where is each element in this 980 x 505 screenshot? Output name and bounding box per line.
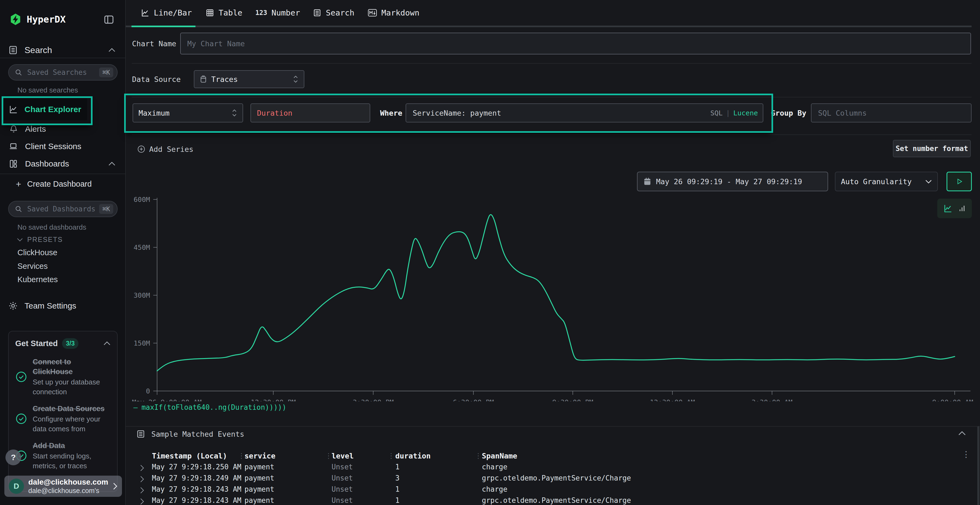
avatar: D — [9, 479, 24, 494]
get-started-item-connect[interactable]: Connect to ClickHouse Set up your databa… — [15, 357, 111, 397]
saved-dashboards-search[interactable]: ⌘K — [8, 201, 118, 217]
data-source-value: Traces — [211, 75, 288, 84]
aggregation-select[interactable]: Maximum — [132, 103, 243, 122]
tab-number[interactable]: 123 Number — [255, 0, 300, 25]
chevron-right-icon — [113, 483, 118, 490]
sql-mode-button[interactable]: SQL — [710, 109, 722, 117]
expand-row-icon[interactable] — [140, 498, 144, 505]
cell-spanname: grpc.oteldemo.PaymentService/Charge — [482, 474, 631, 482]
where-input[interactable] — [412, 108, 710, 118]
tab-label: Search — [326, 8, 355, 17]
expand-row-icon[interactable] — [140, 476, 144, 483]
column-header-level[interactable]: level — [332, 452, 354, 460]
sidebar-item-dashboards[interactable]: Dashboards — [0, 157, 125, 171]
table-row[interactable]: May 27 9:29:18.243 AM payment Unset 1 gr… — [126, 496, 970, 505]
plus-icon: + — [16, 179, 21, 189]
lucene-mode-button[interactable]: Lucene — [733, 109, 758, 117]
divider — [132, 97, 972, 97]
table-kebab-menu-icon[interactable]: ⋮ — [962, 449, 970, 459]
check-circle-icon — [15, 371, 27, 383]
help-button[interactable]: ? — [5, 449, 21, 465]
chart-legend[interactable]: — maxIf(toFloat640..ng(Duration))))) — [134, 403, 286, 411]
column-header-duration[interactable]: duration — [395, 452, 431, 460]
chevron-up-icon[interactable] — [103, 341, 111, 346]
user-menu[interactable]: D dale@clickhouse.com dale@clickhouse.co… — [4, 476, 122, 497]
timeseries-chart[interactable]: 0150M300M450M600MMay 26 9:00:00 AM12:30:… — [126, 191, 980, 401]
chart-name-input[interactable] — [187, 39, 964, 48]
get-started-item-title: Add Data — [33, 441, 111, 451]
collapse-panel-icon[interactable] — [958, 431, 966, 436]
get-started-title: Get Started — [15, 339, 58, 348]
column-resize-handle[interactable]: ⋮ — [325, 452, 332, 460]
column-header-service[interactable]: service — [245, 452, 275, 460]
tab-markdown[interactable]: Markdown — [368, 0, 420, 25]
run-query-button[interactable] — [947, 172, 972, 191]
preset-clickhouse[interactable]: ClickHouse — [18, 248, 57, 257]
get-started-item-datasources[interactable]: Create Data Sources Configure where your… — [15, 404, 111, 434]
legend-dash-icon: — — [134, 403, 138, 411]
sidebar-item-label: Client Sessions — [25, 142, 81, 151]
saved-searches-search[interactable]: ⌘K — [8, 64, 118, 81]
presets-toggle[interactable]: PRESETS — [17, 236, 63, 243]
cell-service: payment — [245, 463, 274, 471]
divider — [0, 58, 125, 58]
logo[interactable]: HyperDX — [9, 13, 65, 25]
svg-text:May 26 9:00:00 AM: May 26 9:00:00 AM — [132, 399, 202, 401]
sidebar-item-chart-explorer[interactable]: Chart Explorer — [4, 98, 87, 120]
preset-kubernetes[interactable]: Kubernetes — [18, 275, 58, 284]
scrollbar-thumb[interactable] — [977, 426, 980, 505]
hyperdx-app: HyperDX Search ⌘K No saved searches — [0, 0, 980, 505]
saved-searches-input[interactable] — [27, 68, 99, 77]
chart-name-field[interactable] — [180, 33, 971, 54]
table-row[interactable]: May 27 9:29:18.243 AM payment Unset 1 ch… — [126, 485, 970, 496]
sidebar-item-search[interactable]: Search — [0, 43, 125, 57]
saved-dashboards-input[interactable] — [27, 205, 99, 213]
collapse-sidebar-icon[interactable] — [103, 14, 115, 25]
sample-events-header[interactable]: Sample Matched Events — [136, 429, 244, 438]
sidebar-item-team-settings[interactable]: Team Settings — [0, 299, 125, 313]
chart-explorer-icon — [9, 105, 18, 114]
expand-row-icon[interactable] — [140, 487, 144, 494]
sidebar-item-client-sessions[interactable]: Client Sessions — [0, 139, 125, 154]
sidebar: HyperDX Search ⌘K No saved searches — [0, 0, 126, 505]
gear-icon — [8, 301, 18, 311]
group-by-input[interactable] — [818, 108, 965, 118]
divider — [132, 134, 972, 135]
cell-level: Unset — [332, 496, 353, 505]
column-resize-handle[interactable]: ⋮ — [388, 452, 395, 460]
divider — [0, 173, 125, 174]
get-started-item-title: Create Data Sources — [33, 404, 111, 414]
granularity-select[interactable]: Auto Granularity — [835, 172, 938, 191]
svg-text:3:30:00 AM: 3:30:00 AM — [752, 399, 793, 401]
table-row[interactable]: May 27 9:29:18.249 AM payment Unset 3 gr… — [126, 474, 970, 485]
sample-events-title: Sample Matched Events — [151, 430, 244, 438]
preset-services[interactable]: Services — [18, 262, 48, 271]
sidebar-item-alerts[interactable]: Alerts — [0, 122, 125, 136]
expand-row-icon[interactable] — [140, 464, 144, 472]
add-series-button[interactable]: Add Series — [137, 141, 194, 157]
user-email: dale@clickhouse.com — [28, 478, 108, 486]
column-header-spanname[interactable]: SpanName — [482, 452, 517, 460]
tab-table[interactable]: Table — [205, 0, 242, 25]
bell-icon — [9, 125, 18, 133]
date-range-picker[interactable]: May 26 09:29:19 - May 27 09:29:19 — [637, 172, 828, 191]
events-list-icon — [136, 429, 145, 438]
set-number-format-button[interactable]: Set number format — [893, 140, 971, 157]
tab-line-bar[interactable]: Line/Bar — [141, 0, 192, 25]
column-header-timestamp[interactable]: Timestamp (Local) — [152, 452, 227, 460]
cell-timestamp: May 27 9:29:18.249 AM — [152, 474, 242, 482]
create-dashboard-button[interactable]: + Create Dashboard — [0, 178, 125, 191]
get-started-item-adddata[interactable]: Add Data Start sending logs, metrics, or… — [15, 441, 111, 471]
where-field[interactable]: SQL | Lucene — [406, 103, 763, 122]
sidebar-item-label: Alerts — [25, 124, 46, 133]
cell-duration: 3 — [395, 474, 399, 482]
column-resize-handle[interactable]: ⋮ — [238, 452, 245, 460]
group-by-field[interactable] — [811, 103, 972, 122]
data-source-select[interactable]: Traces — [194, 70, 304, 88]
cell-spanname: charge — [482, 463, 508, 471]
table-row[interactable]: May 27 9:29:18.250 AM payment Unset 1 ch… — [126, 463, 970, 474]
column-resize-handle[interactable]: ⋮ — [475, 452, 482, 460]
get-started-item-desc: Start sending logs, metrics, or traces — [33, 451, 111, 471]
field-select[interactable]: Duration — [250, 103, 370, 122]
tab-search[interactable]: Search — [313, 0, 355, 25]
